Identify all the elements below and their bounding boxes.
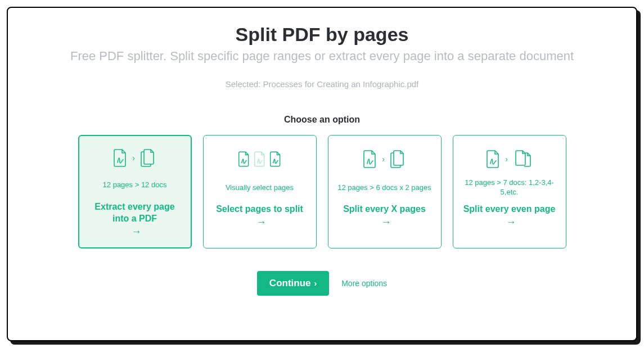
chevron-icon: › bbox=[132, 153, 135, 162]
chevron-icon: › bbox=[505, 155, 508, 164]
page-subtitle: Free PDF splitter. Split specific page r… bbox=[70, 49, 574, 64]
option-extract-every-page[interactable]: › 12 pages > 12 docs Extract every page … bbox=[78, 135, 192, 248]
option-cards: › 12 pages > 12 docs Extract every page … bbox=[30, 135, 614, 248]
arrow-right-icon: → bbox=[506, 216, 516, 228]
card-meta: Visually select pages bbox=[226, 178, 294, 197]
docs-stack-icon bbox=[512, 150, 533, 168]
docs-icon bbox=[139, 149, 156, 167]
chevron-icon: › bbox=[382, 155, 385, 164]
option-select-pages[interactable]: Visually select pages Select pages to sp… bbox=[203, 135, 317, 248]
arrow-right-icon: → bbox=[256, 216, 267, 228]
card-icons: › bbox=[113, 148, 156, 168]
option-split-every-even[interactable]: › 12 pages > 7 docs: 1,2-3,4-5,etc. Spli… bbox=[453, 135, 566, 248]
chevron-right-icon: › bbox=[314, 279, 317, 288]
selected-file-label: Selected: Processes for Creating an Info… bbox=[226, 79, 419, 89]
pdf-icon bbox=[269, 151, 282, 167]
arrow-right-icon: → bbox=[381, 216, 391, 228]
pdf-icon bbox=[238, 151, 250, 167]
selected-prefix: Selected: bbox=[226, 79, 263, 89]
card-meta: 12 pages > 7 docs: 1,2-3,4-5,etc. bbox=[461, 178, 558, 197]
continue-label: Continue bbox=[269, 278, 311, 289]
arrow-right-icon: → bbox=[132, 226, 142, 237]
footer-actions: Continue › More options bbox=[257, 271, 387, 296]
card-title: Split every even page → bbox=[461, 203, 558, 229]
page-title: Split PDF by pages bbox=[236, 24, 409, 46]
pdf-icon bbox=[363, 150, 377, 168]
card-title: Extract every page into a PDF → bbox=[87, 201, 183, 238]
more-options-link[interactable]: More options bbox=[341, 279, 387, 288]
pdf-icon bbox=[113, 149, 128, 167]
card-meta: 12 pages > 12 docs bbox=[103, 176, 167, 195]
card-icons: › bbox=[486, 148, 533, 170]
choose-option-label: Choose an option bbox=[284, 115, 360, 125]
card-title: Select pages to split → bbox=[211, 203, 308, 229]
option-split-every-x[interactable]: › 12 pages > 6 docs x 2 pages Split ever… bbox=[328, 135, 442, 248]
card-meta: 12 pages > 6 docs x 2 pages bbox=[337, 178, 431, 197]
pdf-icon-faded bbox=[254, 151, 266, 167]
docs-icon bbox=[389, 150, 406, 168]
card-icons bbox=[238, 148, 282, 170]
continue-button[interactable]: Continue › bbox=[257, 271, 329, 296]
selected-file-name: Processes for Creating an Infographic.pd… bbox=[263, 79, 418, 89]
card-icons: › bbox=[363, 148, 406, 170]
app-frame: Split PDF by pages Free PDF splitter. Sp… bbox=[7, 7, 637, 341]
pdf-icon bbox=[486, 150, 501, 168]
card-title: Split every X pages → bbox=[336, 203, 433, 229]
